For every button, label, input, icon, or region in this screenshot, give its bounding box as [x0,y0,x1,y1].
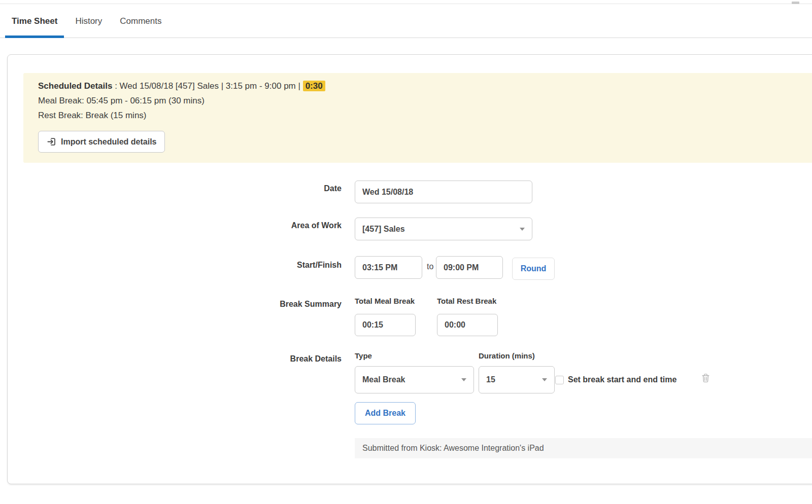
break-duration-select[interactable]: 15 [479,366,555,393]
tab-comments[interactable]: Comments [113,5,168,38]
tab-time-sheet[interactable]: Time Sheet [5,5,64,38]
window-top-bar [0,0,812,4]
start-time-input[interactable] [355,256,422,279]
area-of-work-select[interactable]: [457] Sales [355,218,532,240]
scheduled-meal-break-line: Meal Break: 05:45 pm - 06:15 pm (30 mins… [38,93,325,108]
scheduled-duration-highlight: 0:30 [303,81,325,91]
delete-break-button[interactable] [701,373,710,383]
start-finish-joiner: to [427,262,433,271]
import-icon [47,137,56,147]
timesheet-panel: Scheduled Details : Wed 15/08/18 [457] S… [7,54,812,484]
total-rest-break-label: Total Rest Break [437,297,496,305]
break-type-value: Meal Break [362,375,405,384]
total-meal-break-label: Total Meal Break [355,297,415,305]
break-type-select[interactable]: Meal Break [355,366,474,393]
tab-bar: Time Sheet History Comments [0,5,812,38]
chevron-down-icon [542,378,547,381]
total-meal-break-input[interactable] [355,314,416,336]
total-rest-break-input[interactable] [437,314,498,336]
trash-icon [701,377,710,384]
break-type-label: Type [355,351,372,360]
tab-history[interactable]: History [69,5,109,38]
set-break-start-end-checkbox[interactable] [555,376,564,384]
tab-time-sheet-label: Time Sheet [12,16,57,26]
scheduled-details-notice: Scheduled Details : Wed 15/08/18 [457] S… [23,73,812,163]
scheduled-details-text: Scheduled Details : Wed 15/08/18 [457] S… [38,79,325,123]
round-button[interactable]: Round [512,258,555,280]
submitted-note-strip: Submitted from Kiosk: Awesome Integratio… [355,438,812,458]
date-label: Date [210,184,342,193]
chevron-down-icon [461,378,466,381]
submitted-note-text: Submitted from Kiosk: Awesome Integratio… [362,444,544,453]
finish-time-input[interactable] [436,256,503,279]
scheduled-details-title: Scheduled Details [38,81,112,91]
area-of-work-value: [457] Sales [362,225,405,234]
scheduled-rest-break-line: Rest Break: Break (15 mins) [38,108,325,123]
area-of-work-label: Area of Work [210,221,342,230]
chevron-down-icon [520,228,525,231]
import-scheduled-details-button[interactable]: Import scheduled details [38,131,165,153]
tab-comments-label: Comments [120,16,161,26]
set-break-start-end-label: Set break start and end time [568,375,676,384]
tab-history-label: History [75,16,102,26]
break-duration-label: Duration (mins) [479,351,535,360]
start-finish-label: Start/Finish [210,261,342,270]
break-duration-value: 15 [486,375,495,384]
add-break-button[interactable]: Add Break [355,402,416,424]
date-input[interactable] [355,181,532,203]
break-details-label: Break Details [210,354,342,364]
scheduled-details-line1: Scheduled Details : Wed 15/08/18 [457] S… [38,79,325,93]
import-button-label: Import scheduled details [61,137,156,147]
active-tab-indicator [5,35,64,38]
window-drag-handle[interactable] [792,2,799,4]
scheduled-details-summary: : Wed 15/08/18 [457] Sales | 3:15 pm - 9… [112,81,302,91]
break-summary-label: Break Summary [210,300,342,309]
